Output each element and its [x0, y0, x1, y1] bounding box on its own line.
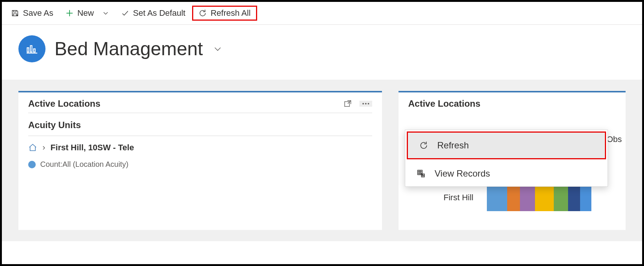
right-axis-ticks	[511, 218, 626, 230]
bar-segment	[554, 184, 568, 211]
panel-subtitle: Acuity Units	[28, 113, 372, 136]
svg-point-10	[368, 103, 369, 104]
svg-point-9	[365, 103, 367, 104]
stacked-bars	[487, 184, 591, 211]
refresh-icon	[199, 9, 207, 17]
plus-icon	[65, 9, 74, 17]
check-icon	[121, 9, 129, 17]
new-label: New	[77, 8, 94, 18]
records-icon	[417, 169, 426, 178]
chevron-down-icon	[213, 44, 223, 54]
menu-view-records-label: View Records	[435, 168, 490, 179]
bar-segment	[568, 184, 580, 211]
bar-segment	[520, 184, 535, 211]
save-icon	[11, 9, 19, 17]
refresh-all-button[interactable]: Refresh All	[192, 6, 257, 21]
row-label: First Hill	[444, 193, 473, 203]
page-title[interactable]: Bed Management	[55, 38, 223, 60]
svg-rect-4	[33, 49, 35, 52]
command-bar: Save As New Set As Default Refresh All	[2, 2, 642, 25]
breadcrumb-text: First Hill, 10SW - Tele	[50, 143, 134, 153]
bar-segment	[507, 184, 520, 211]
svg-rect-2	[27, 48, 29, 52]
page-header: Bed Management	[2, 25, 642, 80]
dashboard-badge-icon	[18, 35, 45, 62]
panel-title: Active Locations	[408, 98, 480, 109]
breadcrumb-sep: ›	[42, 143, 45, 153]
breadcrumb[interactable]: › First Hill, 10SW - Tele	[28, 136, 372, 160]
save-as-button[interactable]: Save As	[11, 8, 53, 18]
svg-point-8	[362, 103, 364, 104]
new-button[interactable]: New	[65, 8, 109, 18]
chart-legend: Count:All (Location Acuity)	[28, 160, 372, 176]
home-icon	[28, 143, 37, 152]
svg-rect-3	[30, 46, 32, 52]
chevron-down-icon	[102, 10, 109, 17]
more-icon[interactable]	[359, 101, 372, 107]
refresh-icon	[419, 141, 428, 150]
page-title-text: Bed Management	[55, 38, 203, 60]
legend-dot-icon	[28, 161, 36, 168]
set-default-label: Set As Default	[133, 8, 185, 18]
stacked-bar-row: First Hill	[444, 184, 626, 211]
expand-icon[interactable]	[344, 100, 352, 108]
panel-active-locations-left: Active Locations Acuity Units	[18, 91, 382, 230]
menu-refresh[interactable]: Refresh	[407, 131, 606, 159]
save-as-label: Save As	[23, 8, 53, 18]
menu-view-records[interactable]: View Records	[405, 161, 608, 186]
bar-segment	[487, 184, 507, 211]
panel-title: Active Locations	[28, 98, 100, 109]
refresh-all-label: Refresh All	[211, 8, 250, 18]
panel-context-menu: Refresh View Records	[405, 130, 608, 187]
chart-axis	[18, 200, 382, 230]
legend-label: Count:All (Location Acuity)	[40, 160, 129, 169]
bar-segment	[580, 184, 591, 211]
bar-segment	[535, 184, 554, 211]
set-default-button[interactable]: Set As Default	[121, 8, 185, 18]
menu-refresh-label: Refresh	[437, 140, 469, 151]
